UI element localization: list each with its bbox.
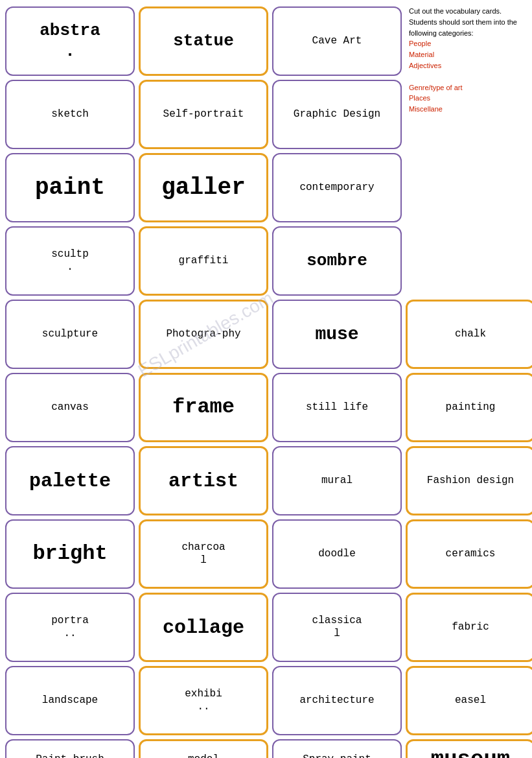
card-muse: muse [272, 300, 402, 369]
card-ceramics: ceramics [406, 519, 532, 589]
card-artist: artist [139, 446, 268, 515]
card-statue: statue [139, 6, 268, 76]
card-cave-art: Cave Art [272, 6, 402, 76]
card-text: canvas [51, 401, 89, 414]
card-canvas: canvas [5, 373, 135, 442]
card-still-life: still life [272, 373, 402, 442]
card-text: museum [431, 746, 510, 758]
card-classical: classical [272, 593, 402, 662]
card-text: bright [32, 541, 107, 566]
card-fashion-design: Fashion design [406, 446, 532, 515]
card-text: paint [35, 174, 105, 202]
card-text: muse [315, 324, 358, 346]
card-sketch: sketch [5, 80, 135, 149]
card-self-portrait: Self-portrait [139, 80, 268, 149]
card-paint-brush: Paint brush [5, 739, 135, 758]
card-text: landscape [42, 694, 98, 707]
card-text: frame [172, 395, 235, 420]
card-paint: paint [5, 153, 135, 222]
card-text: collage [163, 616, 244, 639]
card-text: fabric [452, 621, 489, 634]
card-text: galler [161, 174, 246, 202]
card-text: sketch [51, 108, 89, 121]
card-contemporary: contemporary [272, 153, 402, 222]
card-text: still life [306, 401, 368, 414]
card-text: artist [168, 469, 238, 493]
categories-text: PeopleMaterialAdjectivesGenre/type of ar… [409, 40, 463, 113]
card-text: charcoal [181, 541, 225, 566]
card-text: sombre [306, 251, 367, 271]
card-charcoal: charcoal [139, 519, 268, 589]
card-text: mural [321, 475, 353, 487]
card-spray-paint: Spray paint [272, 739, 402, 758]
card-text: statue [173, 31, 234, 51]
card-text: palette [29, 469, 111, 493]
card-text: abstra. [40, 21, 100, 61]
card-sombre: sombre [272, 226, 402, 296]
card-text: easel [455, 694, 486, 707]
card-text: model [188, 753, 219, 758]
card-museum: museum [406, 739, 532, 758]
card-mural: mural [272, 446, 402, 515]
card-exhibition: exhibi.. [139, 666, 268, 735]
card-text: classical [312, 615, 362, 639]
card-graffiti: graffiti [139, 226, 268, 296]
card-graphic-design: Graphic Design [272, 80, 402, 149]
card-text: portra.. [51, 615, 89, 639]
instructions-box: Cut out the vocabulary cards. Students s… [409, 6, 529, 115]
card-abstract: abstra. [5, 6, 135, 76]
card-model: model [139, 739, 268, 758]
instructions-text: Cut out the vocabulary cards. Students s… [409, 7, 517, 37]
card-landscape: landscape [5, 666, 135, 735]
card-text: Photogra-phy [166, 328, 240, 340]
card-text: sculpture [42, 328, 98, 340]
card-text: Self-portrait [163, 108, 244, 121]
card-text: doodle [318, 548, 356, 560]
card-text: architecture [299, 694, 374, 707]
card-text: scultp. [51, 248, 89, 273]
card-text: graffiti [179, 255, 229, 267]
card-portrait: portra.. [5, 593, 135, 662]
card-text: Cave Art [312, 35, 362, 47]
card-easel: easel [406, 666, 532, 735]
card-photography: Photogra-phy [139, 300, 268, 369]
card-text: Spray paint [303, 753, 371, 758]
card-sculpture-abbr: scultp. [5, 226, 135, 296]
card-text: contemporary [299, 182, 374, 194]
card-palette: palette [5, 446, 135, 515]
card-text: ceramics [446, 548, 496, 560]
card-sculpture: sculpture [5, 300, 135, 369]
card-bright: bright [5, 519, 135, 589]
card-doodle: doodle [272, 519, 402, 589]
card-chalk: chalk [406, 300, 532, 369]
card-gallery: galler [139, 153, 268, 222]
card-painting: painting [406, 373, 532, 442]
card-text: Fashion design [427, 475, 514, 487]
card-text: painting [446, 401, 496, 414]
card-collage: collage [139, 593, 268, 662]
card-architecture: architecture [272, 666, 402, 735]
card-text: Paint brush [36, 753, 104, 758]
card-text: exhibi.. [185, 688, 222, 713]
card-fabric: fabric [406, 593, 532, 662]
card-text: chalk [455, 328, 486, 340]
card-text: Graphic Design [294, 108, 380, 121]
card-frame: frame [139, 373, 268, 442]
